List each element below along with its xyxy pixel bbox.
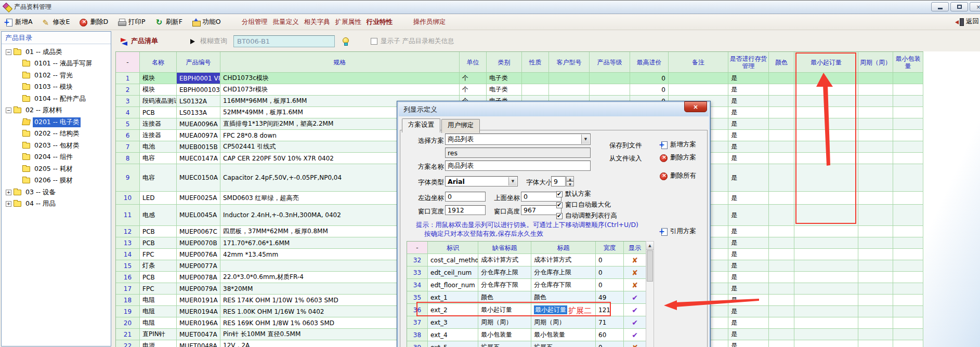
scroll-thumb[interactable] xyxy=(647,250,653,282)
column-header[interactable]: 最小包装量 xyxy=(893,52,923,73)
dialog-grid-row[interactable]: 32cost_cal_method成本计算方式成本计算方式0✘ xyxy=(407,254,646,266)
show-x-icon[interactable]: ✘ xyxy=(626,269,643,277)
sidebar-item-01[interactable]: −01 -- 成品类 xyxy=(2,46,111,58)
top-coord-input[interactable]: 0 xyxy=(521,192,561,202)
left-coord-input[interactable]: 0 xyxy=(445,192,486,202)
dialog-grid-row[interactable]: 37ext_3周期（周）周期（周）71✔ xyxy=(407,316,646,329)
window-height-input[interactable]: 967 xyxy=(521,205,561,215)
toolbar-button-del[interactable]: 删除D xyxy=(79,18,108,26)
chevron-down-icon[interactable]: ▼ xyxy=(581,135,590,144)
dialog-column-header[interactable]: 宽度 xyxy=(596,242,624,254)
sidebar-item-04[interactable]: +04 -- 用品 xyxy=(2,198,111,210)
show-sub-checkbox[interactable] xyxy=(371,38,377,45)
font-type-combobox[interactable]: Arial ▼ xyxy=(445,176,518,186)
dialog-column-header[interactable]: - xyxy=(407,242,428,254)
dialog-grid-row[interactable]: 36ext_2最小起订量最小起订量121✔ xyxy=(407,304,646,316)
sidebar-item-03[interactable]: +03 -- 设备 xyxy=(2,186,111,198)
show-x-icon[interactable]: ✘ xyxy=(626,256,643,264)
dialog-grid-row[interactable]: 35ext_1颜色颜色49✔ xyxy=(407,291,646,304)
show-check-icon[interactable]: ✔ xyxy=(626,293,643,302)
toolbar-button-print[interactable]: 打印P xyxy=(117,18,146,26)
show-x-icon[interactable]: ✘ xyxy=(626,343,643,347)
return-button[interactable]: 返回 xyxy=(955,17,979,26)
auto-row-height-checkbox[interactable]: 自动调整列表行高 xyxy=(556,211,617,220)
dialog-column-header[interactable]: 缺省标题 xyxy=(478,242,531,254)
sidebar-item-0206[interactable]: 0206 -- 膜材 xyxy=(2,175,111,187)
toolbar-menu-item[interactable]: 扩展属性 xyxy=(335,18,361,26)
tab-user-binding[interactable]: 用户绑定 xyxy=(441,119,480,133)
add-scheme-button[interactable]: 新增方案 xyxy=(659,140,696,149)
column-header[interactable]: 是否进行存货管理 xyxy=(728,52,769,73)
scheme-name-input[interactable]: 商品列表 xyxy=(445,161,591,171)
sidebar-item-02[interactable]: −02 -- 原材料 xyxy=(2,105,111,117)
show-check-icon[interactable]: ✔ xyxy=(626,331,643,339)
dialog-column-header[interactable]: 标题 xyxy=(531,242,596,254)
table-row[interactable]: 2模块EBPH000103 V3.0CHD1073r模块个电子类0是 xyxy=(116,84,923,96)
column-header[interactable]: 最小起订量 xyxy=(794,52,858,73)
dialog-column-header[interactable]: 显示 xyxy=(624,242,646,254)
column-header[interactable]: 产品编号 xyxy=(177,52,220,73)
column-header[interactable]: 性质 xyxy=(522,52,549,73)
column-header[interactable]: 产品等级 xyxy=(590,52,630,73)
font-size-input[interactable]: 9 xyxy=(551,176,566,186)
toolbar-button-func[interactable]: 功能O xyxy=(192,18,221,26)
read-from-file-button[interactable]: 从文件读入 xyxy=(609,154,642,163)
sidebar-item-0102[interactable]: 0102 -- 背光 xyxy=(2,70,111,82)
column-header[interactable]: 名称 xyxy=(140,52,177,73)
filter-lamp-icon[interactable] xyxy=(341,37,350,45)
toolbar-button-edit[interactable]: 修改E xyxy=(42,18,70,26)
show-check-icon[interactable]: ✔ xyxy=(626,306,643,314)
dialog-titlebar[interactable]: 列显示定义 xyxy=(399,103,709,116)
minimize-button[interactable] xyxy=(931,2,949,11)
sidebar-item-0202[interactable]: 0202 -- 结构类 xyxy=(2,128,111,140)
sidebar-item-0103[interactable]: 0103 -- 模块 xyxy=(2,82,111,94)
tab-scheme-settings[interactable]: 方案设置 xyxy=(402,118,440,132)
show-check-icon[interactable]: ✔ xyxy=(626,318,643,327)
column-header[interactable]: 备注 xyxy=(669,52,728,73)
dialog-close-button[interactable]: × xyxy=(684,101,707,112)
auto-maximize-checkbox[interactable]: 窗口自动最大化 xyxy=(556,201,611,209)
search-input[interactable] xyxy=(233,35,335,47)
toolbar-menu-item[interactable]: 批量定义 xyxy=(273,18,299,26)
sidebar-item-0204[interactable]: 0204 -- 组件 xyxy=(2,152,111,164)
font-size-spinner[interactable]: ▲ ▼ xyxy=(566,176,574,186)
toolbar-menu-item[interactable]: 操作员绑定 xyxy=(413,18,446,26)
sidebar-item-0205[interactable]: 0205 -- 耗材 xyxy=(2,163,111,175)
chevron-down-icon[interactable]: ▼ xyxy=(508,177,517,185)
grid-scrollbar[interactable]: ▲ xyxy=(646,241,654,347)
dialog-grid-row[interactable]: 34edt_floor_num分仓库存下限分仓库存下限0✘ xyxy=(407,279,646,291)
dialog-grid-row[interactable]: 39ext_5扩展五扩展五0✘ xyxy=(407,341,646,347)
sidebar-item-0203[interactable]: 0203 -- 包材类 xyxy=(2,140,111,152)
toolbar-menu-item[interactable]: 分组管理 xyxy=(242,18,268,26)
column-header[interactable]: 单位 xyxy=(460,52,487,73)
toolbar-menu-item[interactable]: 相关字典 xyxy=(304,18,330,26)
delete-scheme-button[interactable]: 删除方案 xyxy=(659,153,696,162)
toolbar-button-add[interactable]: 新增A xyxy=(4,18,33,26)
sidebar-item-0201[interactable]: 0201 -- 电子类 xyxy=(2,116,111,128)
ref-scheme-button[interactable]: 引用方案 xyxy=(659,227,696,236)
scroll-up-icon[interactable]: ▲ xyxy=(646,242,654,250)
toolbar-menu-item[interactable]: 行业特性 xyxy=(367,18,393,26)
save-to-file-button[interactable]: 保存到文件 xyxy=(609,141,642,150)
column-header[interactable]: 最高进价 xyxy=(630,52,669,73)
table-row[interactable]: 1模块EBPH0001 V8.0CHD1073c模块个电子类0是 xyxy=(116,73,923,84)
sidebar-item-0104[interactable]: 0104 -- 配件产品 xyxy=(2,93,111,105)
column-header[interactable]: 规格 xyxy=(220,52,460,73)
spinner-up-icon[interactable]: ▲ xyxy=(566,176,574,181)
spinner-down-icon[interactable]: ▼ xyxy=(566,181,574,186)
select-scheme-combobox[interactable]: 商品列表 ▼ xyxy=(445,134,591,145)
sidebar-item-0101[interactable]: 0101 -- 液晶手写屏 xyxy=(2,58,111,70)
dialog-grid-row[interactable]: 38ext_4最小包装量最小包装量60✔ xyxy=(407,329,646,341)
product-list-label[interactable]: 产品清单 xyxy=(131,36,158,46)
toolbar-button-refresh[interactable]: 刷新F xyxy=(155,18,182,26)
column-header[interactable]: 颜色 xyxy=(769,52,794,73)
column-header[interactable]: 周期（周） xyxy=(858,52,893,73)
collapse-icon[interactable]: − xyxy=(6,108,11,113)
expand-icon[interactable]: + xyxy=(6,201,11,207)
maximize-button[interactable] xyxy=(950,2,968,11)
dialog-grid-row[interactable]: 33edt_ceil_num分仓库存上限分仓库存上限0✘ xyxy=(407,266,646,279)
close-button[interactable]: × xyxy=(970,2,980,11)
column-header[interactable]: 客户型号 xyxy=(549,52,590,73)
column-header[interactable]: 类别 xyxy=(487,52,522,73)
window-width-input[interactable]: 1912 xyxy=(445,205,486,215)
